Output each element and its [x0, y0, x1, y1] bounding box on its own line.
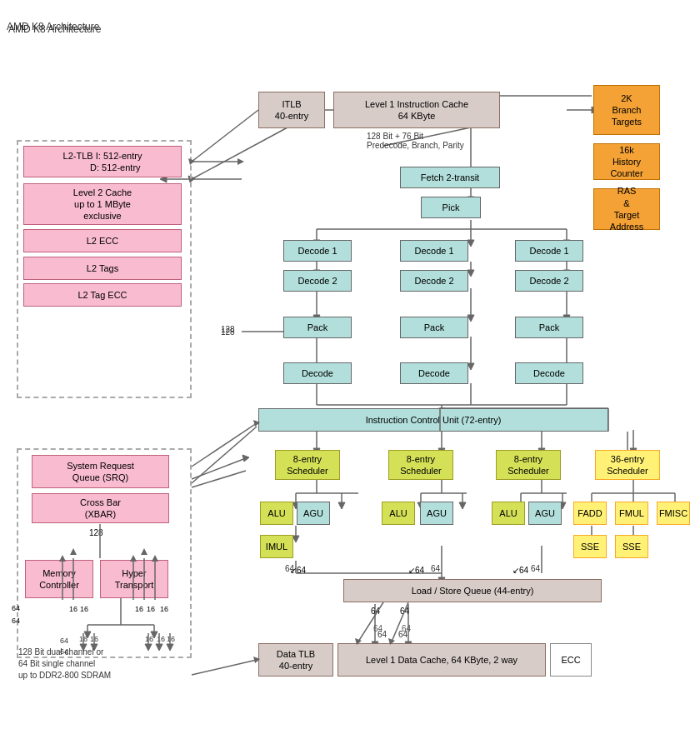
sched2-box: 8-entryScheduler [388, 450, 453, 480]
decodea-box: Decode [283, 362, 352, 384]
svg-marker-22 [468, 270, 474, 277]
l1-icache-box: Level 1 Instruction Cache64 KByte [333, 92, 500, 128]
ecc-box: ECC [550, 643, 592, 677]
sched1-box: 8-entryScheduler [275, 450, 340, 480]
svg-marker-58 [338, 502, 345, 509]
sse2-box: SSE [615, 535, 648, 558]
packb-box: Pack [400, 317, 468, 338]
decode2c-box: Decode 2 [515, 270, 583, 292]
history-counter-box: 16kHistory Counter [593, 143, 660, 180]
svg-text:64: 64 [373, 624, 383, 633]
label-64d: 64 [371, 607, 380, 616]
packc-box: Pack [515, 317, 583, 338]
decodeb-box: Decode [400, 362, 468, 384]
l2-cache-box: Level 2 Cacheup to 1 MByteexclusive [23, 183, 182, 225]
label-128-left: 128 [89, 528, 103, 537]
xbar-box: Cross Bar(XBAR) [32, 493, 169, 523]
decode2b-box: Decode 2 [400, 270, 468, 292]
label-16e: 16 [160, 605, 168, 613]
svg-line-100 [192, 458, 246, 479]
page-title: AMD K8 Architecture [7, 21, 99, 32]
alu1-box: ALU [260, 502, 293, 525]
label-64-left1: 64 [12, 604, 20, 612]
hyper-transport-box: HyperTransport [100, 560, 168, 598]
fmisc-box: FMISC [657, 502, 690, 525]
decode1c-box: Decode 1 [515, 240, 583, 262]
itlb-box: ITLB40-entry [258, 92, 325, 128]
branch-targets-box: 2KBranchTargets [593, 85, 660, 135]
svg-marker-64 [459, 502, 466, 509]
label-16a: 16 [69, 605, 78, 613]
alu2-box: ALU [382, 502, 415, 525]
l2-tags-box: L2 Tags [23, 257, 182, 280]
svg-text:64: 64 [531, 564, 541, 573]
svg-marker-30 [468, 315, 474, 322]
decode2a-box: Decode 2 [283, 270, 352, 292]
fadd-box: FADD [573, 502, 607, 525]
svg-text:64: 64 [378, 630, 388, 639]
mem-ctrl-box: MemoryController [25, 560, 93, 598]
label-64-left2: 64 [12, 617, 20, 625]
diagram: AMD K8 Architecture [0, 17, 700, 729]
agu3-box: AGU [528, 502, 562, 525]
svg-marker-36 [468, 363, 474, 370]
agu2-box: AGU [420, 502, 453, 525]
label-64a: ↙64 [290, 566, 306, 575]
alu3-box: ALU [492, 502, 525, 525]
label-16c: 16 [135, 605, 143, 613]
l2-ecc-box: L2 ECC [23, 229, 182, 252]
label-16d: 16 [147, 605, 155, 613]
svg-marker-16 [468, 240, 474, 247]
l2-tag-ecc-box: L2 Tag ECC [23, 283, 182, 307]
svg-line-147 [192, 660, 257, 675]
svg-marker-101 [242, 455, 249, 462]
agu1-box: AGU [297, 502, 330, 525]
data-tlb-box: Data TLB40-entry [258, 643, 333, 677]
svg-marker-132 [238, 158, 244, 165]
sse1-box: SSE [573, 535, 607, 558]
predecode-label: 128 Bit + 76 BitPredecode, Branch, Parit… [367, 132, 500, 150]
decodec-box: Decode [515, 362, 583, 384]
sched4-box: 36-entryScheduler [595, 450, 660, 480]
svg-line-135 [192, 427, 257, 483]
ddr-label: 128 Bit dual channel or64 Bit single cha… [18, 647, 185, 682]
l1-dcache-box: Level 1 Data Cache, 64 KByte, 2 way [338, 643, 546, 677]
ls-queue-box: Load / Store Queue (44-entry) [343, 579, 602, 602]
fetch-box: Fetch 2-transit [400, 167, 500, 188]
sched3-box: 8-entryScheduler [496, 450, 561, 480]
label-128: 128 [221, 325, 235, 334]
ras-box: RAS&Target Address [593, 188, 660, 230]
l2-tlb-box: L2-TLB I: 512-entry D: 512-entry [23, 146, 182, 177]
svg-line-129 [192, 127, 288, 179]
fmul-box: FMUL [615, 502, 648, 525]
imul-box: IMUL [260, 535, 293, 558]
label-64e: 64 [400, 607, 409, 616]
svg-line-102 [192, 471, 246, 487]
pick-box: Pick [421, 197, 481, 218]
svg-text:64: 64 [398, 630, 408, 639]
label-64b: ↙64 [408, 566, 424, 575]
decode1a-box: Decode 1 [283, 240, 352, 262]
label-16b: 16 [80, 605, 88, 613]
svg-text:64: 64 [431, 564, 441, 573]
svg-line-155 [192, 110, 258, 162]
decode1b-box: Decode 1 [400, 240, 468, 262]
svg-marker-84 [292, 536, 299, 542]
srq-box: System RequestQueue (SRQ) [32, 455, 169, 488]
packa-box: Pack [283, 317, 352, 338]
svg-text:64: 64 [402, 624, 412, 633]
svg-line-133 [192, 423, 257, 467]
label-64c: ↙64 [512, 566, 528, 575]
icu-box: Instruction Control Unit (72-entry) [258, 408, 608, 432]
